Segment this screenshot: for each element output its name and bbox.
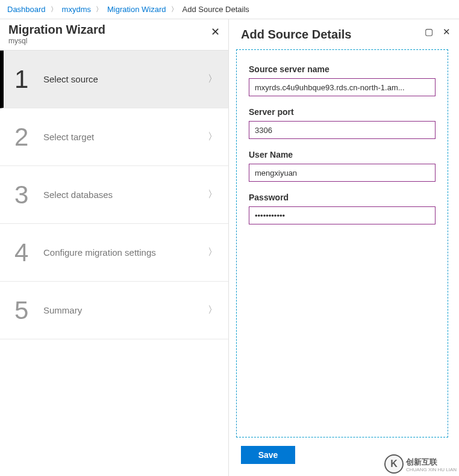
password-label: Password	[249, 193, 436, 202]
step-label: Configure migration settings	[43, 247, 208, 258]
step-select-databases[interactable]: 3 Select databases 〉	[0, 166, 228, 224]
server-port-label: Server port	[249, 107, 436, 117]
breadcrumb-mxydms[interactable]: mxydms	[62, 5, 91, 14]
chevron-right-icon: 〉	[51, 5, 57, 14]
wizard-panel: Migration Wizard mysql ✕ 1 Select source…	[0, 19, 229, 476]
step-number: 5	[14, 298, 40, 323]
chevron-right-icon: 〉	[96, 5, 102, 14]
step-label: Summary	[43, 305, 208, 315]
password-input[interactable]	[249, 206, 436, 224]
user-name-input[interactable]	[249, 164, 436, 182]
wizard-title: Migration Wizard	[8, 23, 220, 37]
watermark-brand: 创新互联	[406, 457, 437, 466]
step-number: 2	[14, 125, 40, 150]
step-label: Select target	[43, 132, 208, 142]
wizard-subtitle: mysql	[8, 37, 220, 45]
details-panel: Add Source Details ▢ ✕ Source server nam…	[229, 19, 459, 476]
step-number: 1	[14, 67, 40, 92]
close-icon[interactable]: ✕	[443, 26, 451, 37]
step-number: 4	[14, 240, 40, 265]
server-name-input[interactable]	[249, 78, 436, 96]
chevron-right-icon: 〉	[208, 246, 217, 259]
step-summary[interactable]: 5 Summary 〉	[0, 282, 228, 339]
form-area: Source server name Server port User Name…	[236, 49, 448, 437]
chevron-right-icon: 〉	[208, 188, 217, 201]
chevron-right-icon: 〉	[171, 5, 178, 14]
breadcrumb-dashboard[interactable]: Dashboard	[7, 5, 46, 14]
step-label: Select databases	[43, 190, 208, 200]
chevron-right-icon: 〉	[208, 131, 217, 143]
wizard-steps: 1 Select source 〉 2 Select target 〉 3 Se…	[0, 50, 228, 339]
step-label: Select source	[43, 74, 208, 84]
server-port-input[interactable]	[249, 121, 436, 139]
server-name-label: Source server name	[249, 64, 436, 74]
watermark: K 创新互联 CHUANG XIN HU LIAN	[384, 454, 457, 474]
user-name-label: User Name	[249, 150, 436, 159]
chevron-right-icon: 〉	[208, 73, 217, 85]
watermark-logo-icon: K	[384, 454, 404, 474]
save-button[interactable]: Save	[241, 446, 295, 464]
chevron-right-icon: 〉	[208, 304, 217, 317]
step-configure-migration[interactable]: 4 Configure migration settings 〉	[0, 224, 228, 282]
close-icon[interactable]: ✕	[211, 25, 220, 39]
breadcrumb-current: Add Source Details	[183, 5, 249, 14]
details-title: Add Source Details	[241, 28, 351, 42]
breadcrumb: Dashboard 〉 mxydms 〉 Migration Wizard 〉 …	[0, 0, 459, 19]
breadcrumb-migration-wizard[interactable]: Migration Wizard	[107, 5, 166, 14]
restore-icon[interactable]: ▢	[425, 26, 433, 37]
step-select-target[interactable]: 2 Select target 〉	[0, 108, 228, 166]
step-select-source[interactable]: 1 Select source 〉	[0, 51, 228, 108]
watermark-sub: CHUANG XIN HU LIAN	[406, 468, 457, 472]
step-number: 3	[14, 182, 40, 208]
